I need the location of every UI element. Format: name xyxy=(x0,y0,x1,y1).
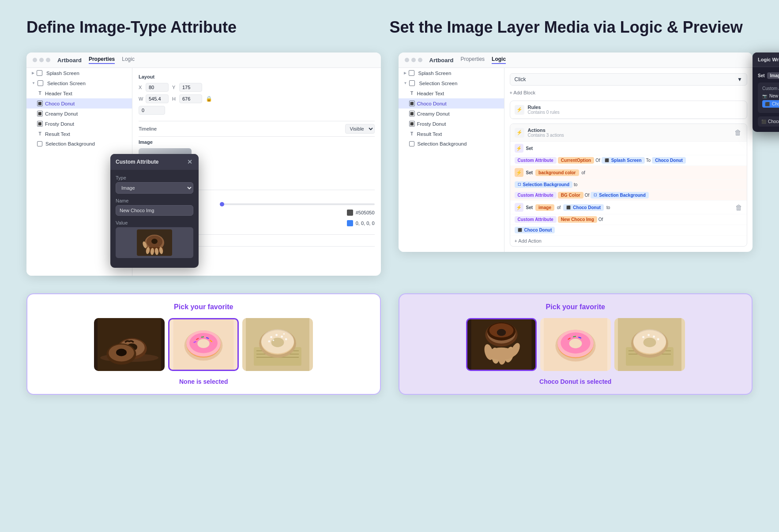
lw-header: Logic Writer ✕ xyxy=(753,52,779,67)
rcheckbox-icon xyxy=(409,141,414,146)
actions-icon: ⚡ xyxy=(515,128,524,138)
donut-pink-1[interactable] xyxy=(168,318,239,371)
action3-trash[interactable]: 🗑 xyxy=(735,204,742,211)
action1-row: ⚡ Set xyxy=(510,142,747,155)
h-input[interactable] xyxy=(179,94,202,103)
artboard-icon-splash xyxy=(37,70,42,76)
selection-bg-label: Selection Background xyxy=(45,141,95,146)
svg-point-45 xyxy=(275,334,278,336)
tree-result-text[interactable]: T Result Text xyxy=(26,129,132,139)
tree-splash-screen[interactable]: ▶ Splash Screen xyxy=(26,68,132,78)
type-field: Type Image xyxy=(116,175,193,194)
rules-info: Rules Contains 0 rules xyxy=(528,105,560,115)
left-panel-tabs[interactable]: Properties Logic xyxy=(89,56,135,64)
modal-close-button[interactable]: ✕ xyxy=(186,158,193,165)
svg-point-56 xyxy=(497,329,506,336)
rtree-result[interactable]: T Result Text xyxy=(399,129,504,139)
rimg-icon-choco: ⬛ xyxy=(409,101,415,106)
rtab-logic[interactable]: Logic xyxy=(492,56,506,64)
rtree-selbg[interactable]: Selection Background xyxy=(399,139,504,149)
add-action-button[interactable]: + Add Action xyxy=(510,236,747,246)
tree-creamy-donut[interactable]: ⬛ Creamy Donut xyxy=(26,109,132,119)
click-dropdown[interactable]: Click ▼ xyxy=(510,73,748,86)
donut-sugar-2[interactable] xyxy=(614,318,685,371)
rchoco-label: Choco Donut xyxy=(417,101,447,106)
right-panel-tabs[interactable]: Properties Logic xyxy=(460,56,506,64)
right-nav-dots xyxy=(405,58,422,62)
donut-choco-1[interactable] xyxy=(94,318,165,371)
tag-to-2: to xyxy=(574,182,577,187)
sugar-donut-svg-2 xyxy=(614,318,685,371)
tree-frosty-donut[interactable]: ⬛ Frosty Donut xyxy=(26,119,132,129)
bottom-section: Pick your favorite xyxy=(26,293,753,395)
rules-title: Rules xyxy=(528,105,560,110)
svg-point-46 xyxy=(281,336,283,338)
rartboard-icon-splash xyxy=(409,70,414,76)
rdot-1 xyxy=(405,58,409,62)
tab-logic[interactable]: Logic xyxy=(122,56,135,64)
rtab-properties[interactable]: Properties xyxy=(460,56,485,64)
tag-choco-donut-1: Choco Donut xyxy=(652,157,686,164)
selection-screen-label: Selection Screen xyxy=(47,81,86,86)
pink-donut-svg-2 xyxy=(540,318,611,371)
action2-row: ⚡ Set background color of xyxy=(510,166,747,180)
lw-image-tag: Image xyxy=(767,72,779,79)
border-radius-input[interactable] xyxy=(139,106,165,115)
tree-selection-screen[interactable]: ▼ Selection Screen xyxy=(26,78,132,88)
sugar-donut-svg-1 xyxy=(242,318,313,371)
rtree-creamy[interactable]: ⬛ Creamy Donut xyxy=(399,109,504,119)
tree-choco-donut[interactable]: ⬛ Choco Donut xyxy=(26,98,132,109)
lw-section: Custom Attribute 📷 New Choco Img ⬛ Choco… xyxy=(758,82,779,113)
rtree-selection[interactable]: ▼ Selection Screen xyxy=(399,78,504,88)
x-input[interactable] xyxy=(146,83,169,92)
tab-properties[interactable]: Properties xyxy=(89,56,115,64)
actions-section: ⚡ Actions Contains 3 actions 🗑 ⚡ xyxy=(510,124,748,247)
lw-section-title: Custom Attribute xyxy=(762,86,779,91)
tag-bg-color-2: BG Color xyxy=(558,192,583,199)
border-value: 0, 0, 0, 0 xyxy=(356,221,375,226)
rtree-frosty[interactable]: ⬛ Frosty Donut xyxy=(399,119,504,129)
left-panel: Artboard Properties Logic ▶ Splash Scree… xyxy=(26,52,381,276)
svg-point-48 xyxy=(268,341,271,343)
y-input[interactable] xyxy=(179,83,202,92)
opacity-slider[interactable] xyxy=(220,203,375,205)
h-field: H xyxy=(172,94,202,103)
type-select[interactable]: Image xyxy=(116,182,193,194)
rtree-header[interactable]: T Header Text xyxy=(399,88,504,98)
svg-point-44 xyxy=(270,336,272,338)
tree-selection-bg[interactable]: Selection Background xyxy=(26,139,132,149)
tag-choco-3: ⬛ Choco Donut xyxy=(563,204,604,211)
dot-1 xyxy=(33,58,37,62)
lw-option1[interactable]: 📷 New Choco Img xyxy=(762,94,779,98)
left-panel-body: ▶ Splash Screen ▼ Selection Screen T Hea… xyxy=(26,68,381,276)
selbg-icon-1: ☐ xyxy=(518,183,521,187)
donut-choco-2[interactable] xyxy=(466,318,537,371)
card2-donuts xyxy=(408,318,743,371)
lw-set: Set xyxy=(758,73,765,78)
modal-title: Custom Attribute xyxy=(116,159,159,165)
donut-pink-2[interactable] xyxy=(540,318,611,371)
header-left: Define Image-Type Attribute xyxy=(26,18,390,37)
timeline-select[interactable]: Visible xyxy=(345,124,375,134)
actions-trash[interactable]: 🗑 xyxy=(734,128,742,137)
svg-point-47 xyxy=(285,338,287,341)
arrow-splash: ▶ xyxy=(32,71,34,75)
lock-icon: 🔒 xyxy=(206,96,212,102)
action2-icon: ⚡ xyxy=(515,168,523,177)
w-input[interactable] xyxy=(146,94,169,103)
image-label: Image xyxy=(139,139,375,145)
rtree-choco[interactable]: ⬛ Choco Donut xyxy=(399,98,504,109)
lw-option2[interactable]: ⬛ Choco Donut xyxy=(762,100,779,108)
w-field: W xyxy=(139,94,169,103)
arrow-selection: ▼ xyxy=(32,81,35,85)
tree-header-text[interactable]: T Header Text xyxy=(26,88,132,98)
type-label: Type xyxy=(116,175,193,180)
rtree-splash[interactable]: ▶ Splash Screen xyxy=(399,68,504,78)
choco-donut-label: Choco Donut xyxy=(45,101,75,106)
tag-choco-donut-3: ⬛ Choco Donut xyxy=(515,227,555,233)
add-block-button[interactable]: + Add Block xyxy=(510,90,748,95)
lw-selected: ⬛ Choco Donut xyxy=(758,116,779,127)
add-block-label: + Add Block xyxy=(510,90,535,95)
name-input[interactable] xyxy=(116,205,193,216)
donut-sugar-1[interactable] xyxy=(242,318,313,371)
